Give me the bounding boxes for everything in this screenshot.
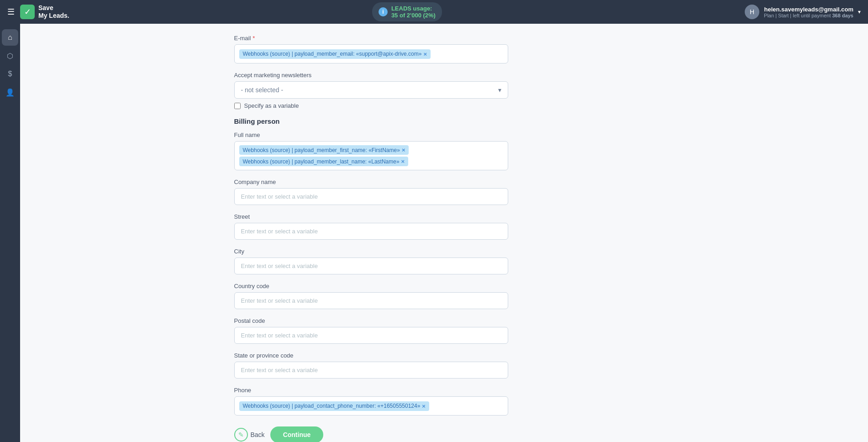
- phone-label: Phone: [234, 387, 508, 394]
- navbar-center: i LEADS usage: 35 of 2'000 (2%): [372, 2, 442, 21]
- street-field-group: Street: [234, 213, 508, 240]
- info-icon: i: [379, 7, 388, 16]
- phone-token-input[interactable]: Webhooks (source) | payload_contact_phon…: [234, 396, 508, 416]
- main-layout: ⌂ ⬡ $ 👤 E-mail * Webhooks (source) | pay…: [0, 24, 868, 442]
- sidebar-item-billing[interactable]: $: [2, 66, 18, 82]
- state-province-label: State or province code: [234, 352, 508, 359]
- full-name-field-group: Full name Webhooks (source) | payload_me…: [234, 132, 508, 170]
- user-info: helen.savemyleads@gmail.com Plan | Start…: [764, 6, 853, 18]
- sidebar-item-connections[interactable]: ⬡: [2, 47, 18, 64]
- specify-variable-label[interactable]: Specify as a variable: [244, 102, 299, 109]
- country-code-label: Country code: [234, 283, 508, 289]
- email-token-input[interactable]: Webhooks (source) | payload_member_email…: [234, 44, 508, 63]
- billing-person-heading: Billing person: [234, 117, 508, 125]
- back-button[interactable]: ✎ Back: [234, 428, 265, 442]
- logo-icon: ✓: [20, 5, 35, 19]
- leads-text: LEADS usage: 35 of 2'000 (2%): [391, 5, 436, 19]
- navbar-right: H helen.savemyleads@gmail.com Plan | Sta…: [745, 5, 861, 19]
- full-name-token-2: Webhooks (source) | payload_member_last_…: [239, 157, 409, 166]
- street-label: Street: [234, 213, 508, 220]
- email-token-remove[interactable]: ×: [423, 51, 427, 58]
- email-token: Webhooks (source) | payload_member_email…: [239, 49, 431, 59]
- city-input[interactable]: [234, 258, 508, 274]
- user-dropdown-arrow[interactable]: ▾: [858, 9, 861, 15]
- phone-token-remove[interactable]: ×: [422, 403, 426, 410]
- full-name-token2-remove[interactable]: ×: [401, 158, 405, 165]
- full-name-token-1: Webhooks (source) | payload_member_first…: [239, 145, 409, 155]
- content-area: E-mail * Webhooks (source) | payload_mem…: [20, 24, 722, 442]
- street-input[interactable]: [234, 223, 508, 240]
- postal-code-label: Postal code: [234, 317, 508, 324]
- hamburger-icon[interactable]: ☰: [7, 7, 15, 17]
- user-avatar: H: [745, 5, 759, 19]
- sidebar-item-account[interactable]: 👤: [2, 84, 18, 100]
- logo-text: Save My Leads.: [38, 4, 69, 20]
- back-label: Back: [251, 431, 265, 438]
- country-code-field-group: Country code: [234, 283, 508, 309]
- logo-wrap: ✓ Save My Leads.: [20, 4, 69, 20]
- full-name-token1-remove[interactable]: ×: [402, 147, 405, 153]
- company-name-input[interactable]: [234, 188, 508, 205]
- continue-button[interactable]: Continue: [270, 426, 324, 442]
- phone-field-group: Phone Webhooks (source) | payload_contac…: [234, 387, 508, 416]
- state-province-field-group: State or province code: [234, 352, 508, 379]
- email-required: *: [253, 35, 255, 42]
- right-panel: [722, 24, 868, 442]
- form-container: E-mail * Webhooks (source) | payload_mem…: [234, 35, 508, 431]
- postal-code-input[interactable]: [234, 327, 508, 344]
- not-selected-text: - not selected -: [241, 86, 284, 94]
- country-code-input[interactable]: [234, 292, 508, 309]
- sidebar: ⌂ ⬡ $ 👤: [0, 24, 20, 442]
- user-email: helen.savemyleads@gmail.com: [764, 6, 853, 13]
- company-name-label: Company name: [234, 179, 508, 185]
- back-icon: ✎: [234, 428, 248, 442]
- accept-marketing-label: Accept marketing newsletters: [234, 72, 508, 79]
- chevron-down-icon: ▾: [498, 86, 501, 94]
- city-label: City: [234, 248, 508, 255]
- navbar-left: ☰ ✓ Save My Leads.: [7, 4, 69, 20]
- accept-marketing-select[interactable]: - not selected - ▾: [234, 81, 508, 99]
- sidebar-item-home[interactable]: ⌂: [2, 29, 18, 46]
- phone-token: Webhooks (source) | payload_contact_phon…: [239, 401, 429, 411]
- navbar: ☰ ✓ Save My Leads. i LEADS usage: 35 of …: [0, 0, 868, 24]
- accept-marketing-field-group: Accept marketing newsletters - not selec…: [234, 72, 508, 109]
- email-label: E-mail *: [234, 35, 508, 42]
- user-plan: Plan | Start | left until payment 368 da…: [764, 13, 853, 18]
- state-province-input[interactable]: [234, 362, 508, 379]
- postal-code-field-group: Postal code: [234, 317, 508, 344]
- company-name-field-group: Company name: [234, 179, 508, 205]
- specify-variable-row: Specify as a variable: [234, 102, 508, 109]
- email-field-group: E-mail * Webhooks (source) | payload_mem…: [234, 35, 508, 63]
- buttons-row: ✎ Back Continue: [234, 426, 508, 442]
- full-name-token-input[interactable]: Webhooks (source) | payload_member_first…: [234, 141, 508, 170]
- specify-variable-checkbox[interactable]: [234, 103, 241, 109]
- city-field-group: City: [234, 248, 508, 274]
- leads-badge: i LEADS usage: 35 of 2'000 (2%): [372, 2, 442, 21]
- full-name-label: Full name: [234, 132, 508, 138]
